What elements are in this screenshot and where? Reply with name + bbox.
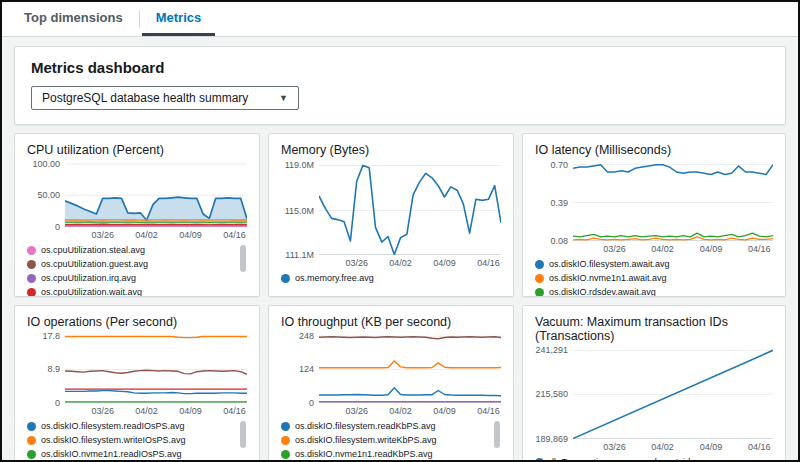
chart-card-io-operations: IO operations (Per second) 17.88.90 03/2… <box>14 305 260 462</box>
chart-svg[interactable] <box>573 161 773 241</box>
chart-svg[interactable] <box>319 161 501 255</box>
chart-legend: os.memory.free.avg <box>281 271 501 296</box>
y-axis-labels: 119.0M115.0M111.1M <box>281 161 319 269</box>
dashboard-heading: Metrics dashboard <box>31 59 769 76</box>
x-axis-tick-label: 03/26 <box>91 406 114 416</box>
chart-plot-area[interactable]: 241,291215,580189,869 03/2604/0204/0904/… <box>535 347 773 453</box>
legend-item: os.memory.free.avg <box>281 271 374 285</box>
x-axis-tick-label: 04/16 <box>223 230 246 240</box>
tab-top-dimensions-label: Top dimensions <box>24 10 123 25</box>
legend-label: os.cpuUtilization.guest.avg <box>41 259 148 269</box>
chart-card-io-throughput: IO throughput (KB per second) 2481240 03… <box>268 305 514 462</box>
legend-scrollbar[interactable] <box>240 421 246 448</box>
series-line <box>319 337 501 339</box>
legend-color-dot-icon <box>281 274 290 283</box>
chart-svg[interactable] <box>65 333 247 403</box>
y-axis-labels: 0.700.390.08 <box>535 161 573 255</box>
chart-plot-area[interactable]: 2481240 03/2604/0204/0904/16 <box>281 333 501 417</box>
legend-item: os.diskIO.rdsdev.await.avg <box>535 285 656 296</box>
x-axis-labels: 03/2604/0204/0904/16 <box>65 403 247 417</box>
x-axis-tick-label: 04/02 <box>135 230 158 240</box>
x-axis-tick-label: 04/16 <box>748 442 771 452</box>
legend-scrollbar[interactable] <box>240 245 246 272</box>
chart-legend: os.diskIO.filesystem.readIOsPS.avgos.dis… <box>27 419 247 462</box>
x-axis-tick-label: 04/09 <box>433 258 456 268</box>
x-axis-tick-label: 03/26 <box>603 244 626 254</box>
chevron-down-icon: ▼ <box>279 93 288 103</box>
x-axis-tick-label: 04/09 <box>700 442 723 452</box>
metric-dashboard-select[interactable]: PostgreSQL database health summary ▼ <box>31 86 299 110</box>
legend-item: os.diskIO.filesystem.readIOsPS.avg <box>27 419 185 433</box>
y-axis-tick-label: 241,291 <box>535 345 568 355</box>
x-axis-labels: 03/2604/0204/0904/16 <box>319 255 501 269</box>
x-axis-tick-label: 04/02 <box>651 244 674 254</box>
y-axis-labels: 17.88.90 <box>27 333 65 417</box>
chart-legend: os.cpuUtilization.steal.avgos.cpuUtiliza… <box>27 243 247 296</box>
y-axis-tick-label: 119.0M <box>285 160 314 170</box>
y-axis-tick-label: 0 <box>55 398 60 408</box>
legend-item: os.diskIO.filesystem.await.avg <box>535 257 670 271</box>
series-line <box>319 165 501 254</box>
legend-color-dot-icon <box>27 274 36 283</box>
metrics-dashboard-panel: Metrics dashboard PostgreSQL database he… <box>14 46 786 125</box>
series-line <box>573 237 773 240</box>
legend-item: os.cpuUtilization.wait.avg <box>27 285 142 296</box>
page-content: Metrics dashboard PostgreSQL database he… <box>2 37 798 462</box>
series-line <box>573 165 773 175</box>
legend-color-dot-icon <box>535 260 544 269</box>
x-axis-tick-label: 04/02 <box>135 406 158 416</box>
x-axis-tick-label: 04/02 <box>651 442 674 452</box>
y-axis-tick-label: 100.00 <box>32 159 60 169</box>
legend-scrollbar[interactable] <box>494 421 500 448</box>
chart-title: Vacuum: Maximum transaction IDs (Transac… <box>535 315 773 343</box>
legend-label: os.diskIO.filesystem.writeIOsPS.avg <box>41 435 186 445</box>
chart-grid: CPU utilization (Percent) 100.0050.000 0… <box>14 133 786 462</box>
legend-label: os.cpuUtilization.steal.avg <box>41 245 145 255</box>
chart-title: CPU utilization (Percent) <box>27 143 247 157</box>
chart-card-io-latency: IO latency (Milliseconds) 0.700.390.08 0… <box>522 133 786 297</box>
legend-item: os.diskIO.nvme1n1.await.avg <box>535 271 667 285</box>
chart-plot-area[interactable]: 100.0050.000 03/2604/0204/0904/16 <box>27 161 247 241</box>
tab-bar: Top dimensions Metrics <box>2 2 798 37</box>
y-axis-tick-label: 248 <box>299 331 314 341</box>
chart-plot-area[interactable]: 119.0M115.0M111.1M 03/2604/0204/0904/16 <box>281 161 501 269</box>
y-axis-tick-label: 0.08 <box>550 236 568 246</box>
chart-svg[interactable] <box>573 347 773 439</box>
legend-item: os.diskIO.filesystem.readKbPS.avg <box>281 419 436 433</box>
legend-item: os.cpuUtilization.irq.avg <box>27 271 136 285</box>
y-axis-tick-label: 0.70 <box>550 160 568 170</box>
legend-item: os.diskIO.nvme1n1.readIOsPS.avg <box>27 447 182 461</box>
x-axis-tick-label: 04/16 <box>223 406 246 416</box>
legend-color-dot-icon <box>535 458 544 462</box>
tab-top-dimensions[interactable]: Top dimensions <box>10 2 137 36</box>
chart-title: Memory (Bytes) <box>281 143 501 157</box>
legend-label: os.diskIO.rdsdev.await.avg <box>549 287 656 296</box>
y-axis-tick-label: 115.0M <box>285 206 314 216</box>
x-axis-tick-label: 04/09 <box>700 244 723 254</box>
y-axis-tick-label: 0 <box>309 398 314 408</box>
legend-color-dot-icon <box>535 288 544 297</box>
legend-color-dot-icon <box>27 288 36 297</box>
legend-color-dot-icon <box>281 436 290 445</box>
legend-label: os.cpuUtilization.wait.avg <box>41 287 142 296</box>
legend-label: os.diskIO.filesystem.writeKbPS.avg <box>295 435 437 445</box>
tab-metrics[interactable]: Metrics <box>142 2 216 36</box>
chart-plot-area[interactable]: 17.88.90 03/2604/0204/0904/16 <box>27 333 247 417</box>
x-axis-tick-label: 04/09 <box>179 230 202 240</box>
legend-color-dot-icon <box>27 436 36 445</box>
y-axis-tick-label: 8.9 <box>47 364 60 374</box>
y-axis-labels: 100.0050.000 <box>27 161 65 241</box>
y-axis-tick-label: 0 <box>55 222 60 232</box>
chart-svg[interactable] <box>65 161 247 227</box>
series-line <box>573 233 773 237</box>
x-axis-tick-label: 03/26 <box>345 406 368 416</box>
tab-divider <box>139 10 140 28</box>
x-axis-tick-label: 04/02 <box>389 258 412 268</box>
chart-card-cpu-utilization: CPU utilization (Percent) 100.0050.000 0… <box>14 133 260 297</box>
chart-svg[interactable] <box>319 333 501 403</box>
x-axis-tick-label: 04/16 <box>477 258 500 268</box>
series-line <box>319 388 501 396</box>
chart-plot-area[interactable]: 0.700.390.08 03/2604/0204/0904/16 <box>535 161 773 255</box>
legend-label: os.diskIO.filesystem.readIOsPS.avg <box>41 421 185 431</box>
chart-title: IO throughput (KB per second) <box>281 315 501 329</box>
